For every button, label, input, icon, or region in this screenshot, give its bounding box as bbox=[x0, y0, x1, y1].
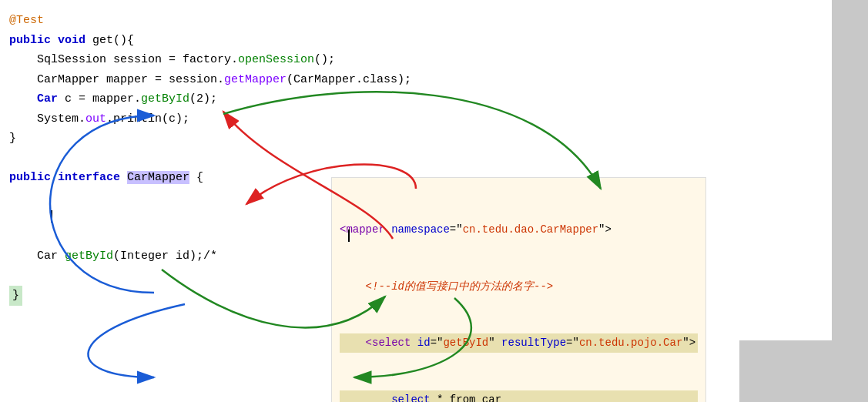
xml-select-open: <select id="getById" resultType="cn.tedu… bbox=[340, 333, 698, 353]
xml-select-body: select * from car bbox=[340, 390, 698, 403]
println-line: System.out.println(c); bbox=[9, 109, 832, 129]
xml-comment: <!--id的值写接口中的方法的名字--> bbox=[340, 277, 698, 296]
annotation-line: @Test bbox=[9, 11, 832, 31]
right-scrollbar bbox=[832, 0, 868, 402]
close-brace2: } bbox=[9, 286, 22, 306]
bottom-right-corner bbox=[739, 340, 832, 402]
xml-code-block: <mapper namespace="cn.tedu.dao.CarMapper… bbox=[331, 177, 706, 402]
sqlsession-line: SqlSession session = factory.openSession… bbox=[9, 50, 832, 70]
text-cursor bbox=[51, 210, 52, 223]
xml-cursor bbox=[348, 229, 350, 243]
code-area: @Test public void get(){ SqlSession sess… bbox=[0, 0, 832, 402]
mapper-line: CarMapper mapper = session.getMapper(Car… bbox=[9, 70, 832, 90]
carmapper-highlight: CarMapper bbox=[127, 171, 189, 184]
xml-mapper-open: <mapper namespace="cn.tedu.dao.CarMapper… bbox=[340, 220, 698, 240]
blue-arrow-bottom bbox=[88, 304, 185, 377]
method-sig-line: public void get(){ bbox=[9, 31, 832, 51]
car-line: Car c = mapper.getById(2); bbox=[9, 89, 832, 109]
empty-line bbox=[9, 149, 832, 169]
close-brace-line: } bbox=[9, 129, 832, 149]
